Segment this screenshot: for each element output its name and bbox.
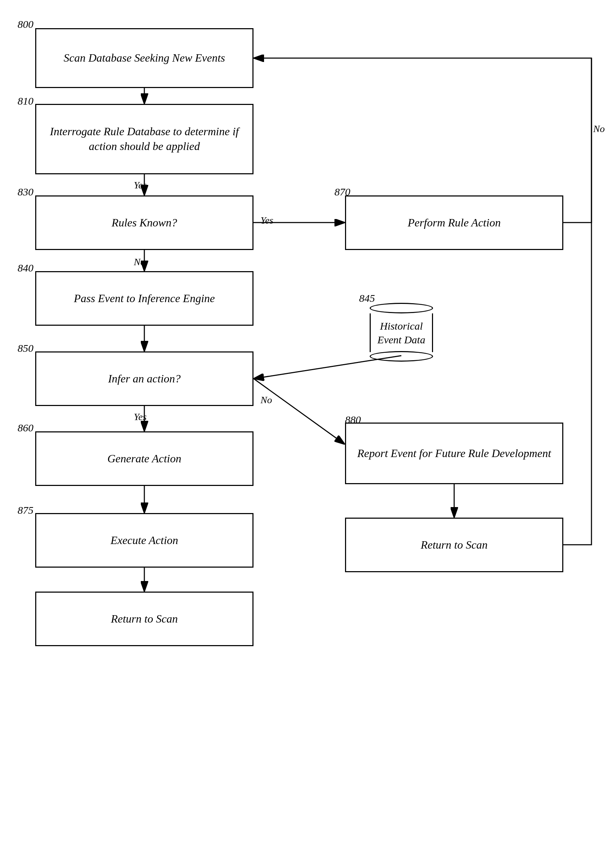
box-return-scan-left: Return to Scan [35,592,253,646]
box-report-event: Report Event for Future Rule Development [345,423,563,484]
svg-line-8 [253,378,344,444]
box-interrogate: Interrogate Rule Database to determine i… [35,104,253,174]
label-830: 830 [18,186,33,198]
arrow-label-yes3: Yes [134,411,146,423]
flowchart-diagram: 800 Scan Database Seeking New Events 810… [0,0,614,868]
arrow-label-no1: No [134,256,146,268]
box-generate-action: Generate Action [35,431,253,486]
box-pass-event: Pass Event to Inference Engine [35,271,253,326]
box-rules-known: Rules Known? [35,195,253,250]
label-850: 850 [18,342,33,354]
cylinder-label: Historical Event Data [370,313,433,352]
label-800: 800 [18,18,33,30]
label-840: 840 [18,262,33,274]
arrow-label-yes1: Yes [134,180,146,191]
box-infer-action: Infer an action? [35,352,253,406]
label-810: 810 [18,95,33,107]
box-scan-db: Scan Database Seeking New Events [35,28,253,88]
label-845: 845 [359,292,375,304]
label-875: 875 [18,504,33,516]
arrow-label-yes2: Yes [260,215,273,226]
arrow-label-no2: No [260,394,272,406]
box-execute-action: Execute Action [35,513,253,567]
box-return-scan-right: Return to Scan [345,518,563,572]
cylinder-historical-data: Historical Event Data [370,303,433,362]
cylinder-top [370,303,433,313]
box-perform-rule-action: Perform Rule Action [345,195,563,250]
label-860: 860 [18,422,33,434]
cylinder-bottom [370,351,433,362]
arrow-label-no3: No [593,123,605,135]
